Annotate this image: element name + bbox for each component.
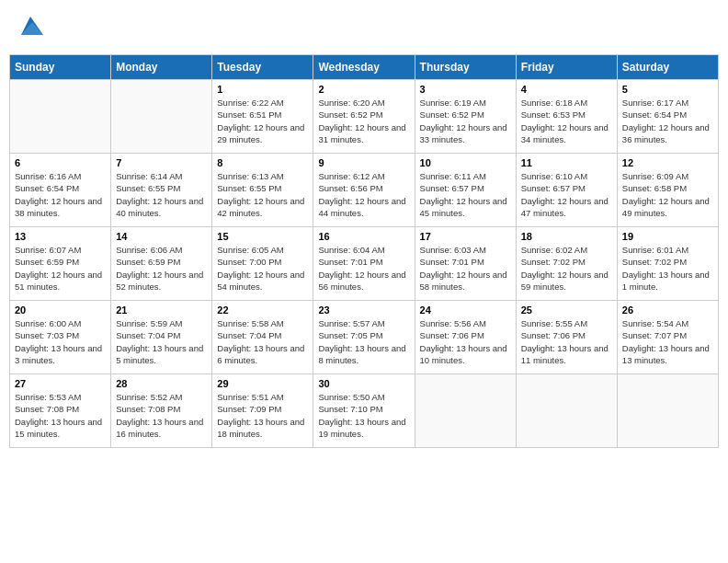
calendar-cell: 23Sunrise: 5:57 AMSunset: 7:05 PMDayligh… (313, 301, 415, 374)
day-number: 17 (420, 231, 511, 242)
day-number: 29 (217, 378, 308, 389)
day-number: 26 (622, 304, 713, 316)
calendar-week-row: 1Sunrise: 6:22 AMSunset: 6:51 PMDaylight… (10, 80, 719, 154)
day-info: Sunrise: 6:06 AMSunset: 6:59 PMDaylight:… (116, 244, 207, 293)
day-number: 5 (622, 84, 713, 95)
day-number: 24 (420, 304, 511, 316)
calendar-cell: 1Sunrise: 6:22 AMSunset: 6:51 PMDaylight… (212, 80, 313, 154)
calendar-cell (415, 374, 516, 448)
day-info: Sunrise: 5:58 AMSunset: 7:04 PMDaylight:… (217, 317, 308, 366)
day-info: Sunrise: 6:16 AMSunset: 6:54 PMDaylight:… (15, 170, 106, 219)
day-number: 16 (318, 231, 409, 242)
calendar-week-row: 13Sunrise: 6:07 AMSunset: 6:59 PMDayligh… (10, 227, 719, 301)
calendar-cell (516, 374, 617, 448)
day-number: 3 (420, 84, 511, 95)
day-info: Sunrise: 6:20 AMSunset: 6:52 PMDaylight:… (318, 97, 409, 145)
day-info: Sunrise: 6:02 AMSunset: 7:02 PMDaylight:… (521, 244, 612, 293)
day-info: Sunrise: 6:05 AMSunset: 7:00 PMDaylight:… (217, 244, 308, 293)
day-number: 21 (116, 304, 207, 316)
calendar-cell (10, 80, 111, 154)
day-number: 30 (318, 378, 409, 389)
calendar-cell: 30Sunrise: 5:50 AMSunset: 7:10 PMDayligh… (313, 374, 415, 448)
day-info: Sunrise: 5:50 AMSunset: 7:10 PMDaylight:… (318, 391, 409, 440)
day-number: 20 (15, 304, 106, 316)
day-number: 10 (420, 157, 511, 168)
calendar-cell: 13Sunrise: 6:07 AMSunset: 6:59 PMDayligh… (10, 227, 111, 301)
calendar-cell: 2Sunrise: 6:20 AMSunset: 6:52 PMDaylight… (313, 80, 415, 154)
day-info: Sunrise: 5:51 AMSunset: 7:09 PMDaylight:… (217, 391, 308, 440)
day-info: Sunrise: 5:53 AMSunset: 7:08 PMDaylight:… (15, 391, 106, 440)
calendar-cell (617, 374, 718, 448)
day-info: Sunrise: 6:13 AMSunset: 6:55 PMDaylight:… (217, 170, 308, 219)
day-number: 12 (622, 157, 713, 168)
day-number: 9 (318, 157, 409, 168)
calendar-cell: 16Sunrise: 6:04 AMSunset: 7:01 PMDayligh… (313, 227, 415, 301)
day-number: 6 (15, 157, 106, 168)
day-info: Sunrise: 6:19 AMSunset: 6:52 PMDaylight:… (420, 97, 511, 145)
day-info: Sunrise: 6:17 AMSunset: 6:54 PMDaylight:… (622, 97, 713, 145)
calendar-header-row: SundayMondayTuesdayWednesdayThursdayFrid… (10, 55, 719, 80)
day-info: Sunrise: 6:18 AMSunset: 6:53 PMDaylight:… (521, 97, 612, 145)
day-of-week-header: Monday (111, 55, 212, 80)
day-info: Sunrise: 6:12 AMSunset: 6:56 PMDaylight:… (318, 170, 409, 219)
day-number: 11 (521, 157, 612, 168)
day-info: Sunrise: 5:52 AMSunset: 7:08 PMDaylight:… (116, 391, 207, 440)
calendar-table: SundayMondayTuesdayWednesdayThursdayFrid… (9, 54, 719, 448)
day-info: Sunrise: 5:54 AMSunset: 7:07 PMDaylight:… (622, 317, 713, 366)
day-of-week-header: Saturday (617, 55, 718, 80)
calendar-cell: 25Sunrise: 5:55 AMSunset: 7:06 PMDayligh… (516, 301, 617, 374)
calendar-cell: 12Sunrise: 6:09 AMSunset: 6:58 PMDayligh… (617, 154, 718, 227)
calendar-cell: 20Sunrise: 6:00 AMSunset: 7:03 PMDayligh… (10, 301, 111, 374)
day-number: 8 (217, 157, 308, 168)
calendar-cell: 27Sunrise: 5:53 AMSunset: 7:08 PMDayligh… (10, 374, 111, 448)
logo (15, 13, 43, 43)
day-info: Sunrise: 6:10 AMSunset: 6:57 PMDaylight:… (521, 170, 612, 219)
day-info: Sunrise: 6:03 AMSunset: 7:01 PMDaylight:… (420, 244, 511, 293)
day-of-week-header: Sunday (10, 55, 111, 80)
calendar-cell: 6Sunrise: 6:16 AMSunset: 6:54 PMDaylight… (10, 154, 111, 227)
day-info: Sunrise: 5:56 AMSunset: 7:06 PMDaylight:… (420, 317, 511, 366)
calendar-cell: 17Sunrise: 6:03 AMSunset: 7:01 PMDayligh… (415, 227, 516, 301)
calendar-cell: 26Sunrise: 5:54 AMSunset: 7:07 PMDayligh… (617, 301, 718, 374)
calendar-week-row: 20Sunrise: 6:00 AMSunset: 7:03 PMDayligh… (10, 301, 719, 374)
day-number: 2 (318, 84, 409, 95)
day-number: 25 (521, 304, 612, 316)
calendar-cell: 7Sunrise: 6:14 AMSunset: 6:55 PMDaylight… (111, 154, 212, 227)
page-header (9, 9, 719, 47)
calendar-cell: 3Sunrise: 6:19 AMSunset: 6:52 PMDaylight… (415, 80, 516, 154)
day-number: 27 (15, 378, 106, 389)
calendar-cell: 14Sunrise: 6:06 AMSunset: 6:59 PMDayligh… (111, 227, 212, 301)
calendar-week-row: 6Sunrise: 6:16 AMSunset: 6:54 PMDaylight… (10, 154, 719, 227)
day-number: 19 (622, 231, 713, 242)
calendar-cell: 22Sunrise: 5:58 AMSunset: 7:04 PMDayligh… (212, 301, 313, 374)
day-info: Sunrise: 5:57 AMSunset: 7:05 PMDaylight:… (318, 317, 409, 366)
day-of-week-header: Wednesday (313, 55, 415, 80)
day-info: Sunrise: 6:14 AMSunset: 6:55 PMDaylight:… (116, 170, 207, 219)
calendar-cell: 8Sunrise: 6:13 AMSunset: 6:55 PMDaylight… (212, 154, 313, 227)
calendar-cell: 24Sunrise: 5:56 AMSunset: 7:06 PMDayligh… (415, 301, 516, 374)
day-info: Sunrise: 6:01 AMSunset: 7:02 PMDaylight:… (622, 244, 713, 293)
calendar-cell: 18Sunrise: 6:02 AMSunset: 7:02 PMDayligh… (516, 227, 617, 301)
day-info: Sunrise: 6:09 AMSunset: 6:58 PMDaylight:… (622, 170, 713, 219)
logo-icon (17, 13, 43, 39)
calendar-cell: 29Sunrise: 5:51 AMSunset: 7:09 PMDayligh… (212, 374, 313, 448)
day-info: Sunrise: 5:55 AMSunset: 7:06 PMDaylight:… (521, 317, 612, 366)
calendar-cell: 11Sunrise: 6:10 AMSunset: 6:57 PMDayligh… (516, 154, 617, 227)
day-number: 23 (318, 304, 409, 316)
calendar-week-row: 27Sunrise: 5:53 AMSunset: 7:08 PMDayligh… (10, 374, 719, 448)
day-info: Sunrise: 6:00 AMSunset: 7:03 PMDaylight:… (15, 317, 106, 366)
day-info: Sunrise: 6:04 AMSunset: 7:01 PMDaylight:… (318, 244, 409, 293)
calendar-cell: 5Sunrise: 6:17 AMSunset: 6:54 PMDaylight… (617, 80, 718, 154)
calendar-cell: 9Sunrise: 6:12 AMSunset: 6:56 PMDaylight… (313, 154, 415, 227)
day-number: 4 (521, 84, 612, 95)
day-number: 14 (116, 231, 207, 242)
calendar-cell (111, 80, 212, 154)
day-number: 28 (116, 378, 207, 389)
day-of-week-header: Thursday (415, 55, 516, 80)
calendar-cell: 10Sunrise: 6:11 AMSunset: 6:57 PMDayligh… (415, 154, 516, 227)
calendar-cell: 21Sunrise: 5:59 AMSunset: 7:04 PMDayligh… (111, 301, 212, 374)
day-of-week-header: Tuesday (212, 55, 313, 80)
day-info: Sunrise: 6:11 AMSunset: 6:57 PMDaylight:… (420, 170, 511, 219)
day-number: 1 (217, 84, 308, 95)
day-info: Sunrise: 6:22 AMSunset: 6:51 PMDaylight:… (217, 97, 308, 145)
